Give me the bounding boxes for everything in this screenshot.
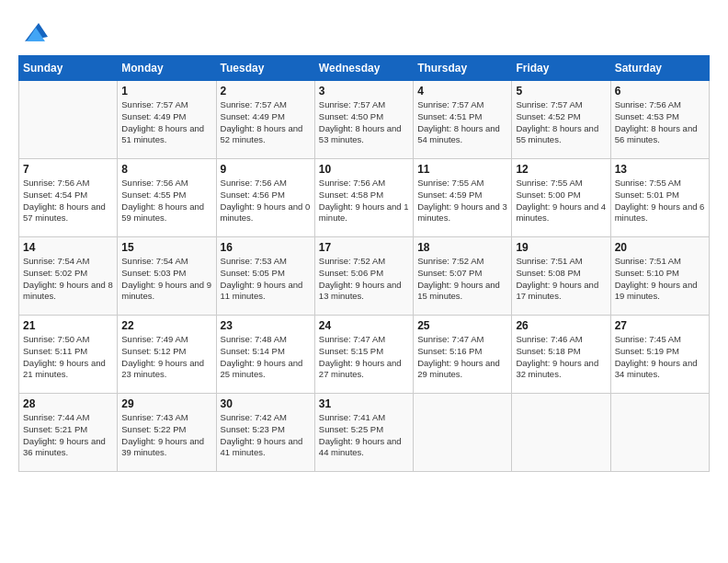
calendar-cell (414, 394, 512, 472)
day-info: Sunrise: 7:41 AMSunset: 5:25 PMDaylight:… (319, 412, 409, 459)
day-info: Sunrise: 7:43 AMSunset: 5:22 PMDaylight:… (121, 412, 211, 459)
calendar-cell: 23Sunrise: 7:48 AMSunset: 5:14 PMDayligh… (216, 316, 314, 394)
day-info: Sunrise: 7:57 AMSunset: 4:49 PMDaylight:… (221, 99, 311, 146)
day-info: Sunrise: 7:54 AMSunset: 5:03 PMDaylight:… (121, 256, 211, 303)
day-number: 24 (319, 319, 409, 332)
calendar-cell: 2Sunrise: 7:57 AMSunset: 4:49 PMDaylight… (216, 81, 314, 159)
day-number: 9 (221, 163, 311, 176)
day-number: 27 (615, 319, 705, 332)
calendar-header-sunday: Sunday (19, 56, 118, 81)
page-header (18, 18, 710, 46)
calendar-cell: 14Sunrise: 7:54 AMSunset: 5:02 PMDayligh… (19, 237, 118, 316)
calendar-cell: 7Sunrise: 7:56 AMSunset: 4:54 PMDaylight… (19, 159, 118, 237)
calendar-cell: 12Sunrise: 7:55 AMSunset: 5:00 PMDayligh… (512, 159, 610, 237)
calendar-cell: 5Sunrise: 7:57 AMSunset: 4:52 PMDaylight… (512, 81, 610, 159)
day-number: 2 (221, 85, 311, 98)
day-info: Sunrise: 7:56 AMSunset: 4:54 PMDaylight:… (23, 178, 113, 224)
day-number: 15 (121, 241, 211, 254)
day-info: Sunrise: 7:55 AMSunset: 4:59 PMDaylight:… (417, 178, 507, 224)
calendar-cell: 31Sunrise: 7:41 AMSunset: 5:25 PMDayligh… (314, 394, 413, 472)
day-number: 5 (516, 85, 606, 98)
calendar-cell: 24Sunrise: 7:47 AMSunset: 5:15 PMDayligh… (314, 316, 413, 394)
calendar-cell: 19Sunrise: 7:51 AMSunset: 5:08 PMDayligh… (512, 237, 610, 316)
day-info: Sunrise: 7:53 AMSunset: 5:05 PMDaylight:… (221, 256, 311, 303)
calendar-cell: 29Sunrise: 7:43 AMSunset: 5:22 PMDayligh… (118, 394, 216, 472)
day-number: 22 (121, 319, 211, 332)
calendar-cell: 27Sunrise: 7:45 AMSunset: 5:19 PMDayligh… (610, 316, 709, 394)
day-number: 29 (121, 397, 211, 410)
day-info: Sunrise: 7:54 AMSunset: 5:02 PMDaylight:… (23, 256, 113, 303)
day-number: 7 (23, 163, 113, 176)
calendar-cell (512, 394, 610, 472)
calendar-cell: 18Sunrise: 7:52 AMSunset: 5:07 PMDayligh… (414, 237, 512, 316)
calendar-cell: 26Sunrise: 7:46 AMSunset: 5:18 PMDayligh… (512, 316, 610, 394)
calendar-cell: 10Sunrise: 7:56 AMSunset: 4:58 PMDayligh… (314, 159, 413, 237)
calendar-cell: 13Sunrise: 7:55 AMSunset: 5:01 PMDayligh… (610, 159, 709, 237)
day-info: Sunrise: 7:49 AMSunset: 5:12 PMDaylight:… (121, 334, 211, 381)
day-number: 28 (23, 397, 113, 410)
calendar-cell: 8Sunrise: 7:56 AMSunset: 4:55 PMDaylight… (118, 159, 216, 237)
calendar-cell: 1Sunrise: 7:57 AMSunset: 4:49 PMDaylight… (118, 81, 216, 159)
day-number: 8 (121, 163, 211, 176)
day-number: 20 (615, 241, 705, 254)
day-info: Sunrise: 7:47 AMSunset: 5:15 PMDaylight:… (319, 334, 409, 381)
day-info: Sunrise: 7:52 AMSunset: 5:06 PMDaylight:… (319, 256, 409, 303)
calendar-cell: 28Sunrise: 7:44 AMSunset: 5:21 PMDayligh… (19, 394, 118, 472)
day-number: 23 (221, 319, 311, 332)
day-number: 11 (417, 163, 507, 176)
calendar-cell: 22Sunrise: 7:49 AMSunset: 5:12 PMDayligh… (118, 316, 216, 394)
day-number: 31 (319, 397, 409, 410)
day-info: Sunrise: 7:56 AMSunset: 4:53 PMDaylight:… (615, 99, 705, 146)
day-info: Sunrise: 7:50 AMSunset: 5:11 PMDaylight:… (23, 334, 113, 381)
logo-icon (20, 18, 48, 46)
day-number: 1 (121, 85, 211, 98)
day-info: Sunrise: 7:57 AMSunset: 4:50 PMDaylight:… (319, 99, 409, 146)
calendar-cell: 21Sunrise: 7:50 AMSunset: 5:11 PMDayligh… (19, 316, 118, 394)
day-info: Sunrise: 7:48 AMSunset: 5:14 PMDaylight:… (221, 334, 311, 381)
calendar-cell: 20Sunrise: 7:51 AMSunset: 5:10 PMDayligh… (610, 237, 709, 316)
day-info: Sunrise: 7:55 AMSunset: 5:01 PMDaylight:… (615, 178, 705, 224)
calendar-header-saturday: Saturday (610, 56, 709, 81)
day-number: 16 (221, 241, 311, 254)
calendar-cell: 16Sunrise: 7:53 AMSunset: 5:05 PMDayligh… (216, 237, 314, 316)
day-info: Sunrise: 7:56 AMSunset: 4:58 PMDaylight:… (319, 178, 409, 224)
day-info: Sunrise: 7:45 AMSunset: 5:19 PMDaylight:… (615, 334, 705, 381)
calendar-cell (610, 394, 709, 472)
day-info: Sunrise: 7:44 AMSunset: 5:21 PMDaylight:… (23, 412, 113, 459)
day-number: 6 (615, 85, 705, 98)
calendar-body: 1Sunrise: 7:57 AMSunset: 4:49 PMDaylight… (19, 81, 710, 472)
day-number: 3 (319, 85, 409, 98)
calendar-cell: 9Sunrise: 7:56 AMSunset: 4:56 PMDaylight… (216, 159, 314, 237)
day-info: Sunrise: 7:57 AMSunset: 4:49 PMDaylight:… (121, 99, 211, 146)
day-number: 14 (23, 241, 113, 254)
day-info: Sunrise: 7:56 AMSunset: 4:55 PMDaylight:… (121, 178, 211, 224)
day-number: 26 (516, 319, 606, 332)
day-info: Sunrise: 7:47 AMSunset: 5:16 PMDaylight:… (417, 334, 507, 381)
day-number: 21 (23, 319, 113, 332)
day-info: Sunrise: 7:46 AMSunset: 5:18 PMDaylight:… (516, 334, 606, 381)
day-info: Sunrise: 7:42 AMSunset: 5:23 PMDaylight:… (221, 412, 311, 459)
calendar-header-wednesday: Wednesday (314, 56, 413, 81)
calendar-header-tuesday: Tuesday (216, 56, 314, 81)
day-number: 13 (615, 163, 705, 176)
day-number: 30 (221, 397, 311, 410)
day-number: 4 (417, 85, 507, 98)
calendar-cell: 25Sunrise: 7:47 AMSunset: 5:16 PMDayligh… (414, 316, 512, 394)
calendar-cell: 3Sunrise: 7:57 AMSunset: 4:50 PMDaylight… (314, 81, 413, 159)
calendar-cell: 30Sunrise: 7:42 AMSunset: 5:23 PMDayligh… (216, 394, 314, 472)
calendar-header-monday: Monday (118, 56, 216, 81)
calendar-table: SundayMondayTuesdayWednesdayThursdayFrid… (18, 55, 710, 472)
day-number: 10 (319, 163, 409, 176)
day-info: Sunrise: 7:57 AMSunset: 4:51 PMDaylight:… (417, 99, 507, 146)
calendar-header: SundayMondayTuesdayWednesdayThursdayFrid… (19, 56, 710, 81)
day-number: 25 (417, 319, 507, 332)
day-info: Sunrise: 7:52 AMSunset: 5:07 PMDaylight:… (417, 256, 507, 303)
calendar-header-thursday: Thursday (414, 56, 512, 81)
logo (18, 18, 48, 46)
day-number: 19 (516, 241, 606, 254)
calendar-cell: 17Sunrise: 7:52 AMSunset: 5:06 PMDayligh… (314, 237, 413, 316)
day-info: Sunrise: 7:55 AMSunset: 5:00 PMDaylight:… (516, 178, 606, 224)
calendar-header-friday: Friday (512, 56, 610, 81)
calendar-cell: 6Sunrise: 7:56 AMSunset: 4:53 PMDaylight… (610, 81, 709, 159)
day-info: Sunrise: 7:51 AMSunset: 5:08 PMDaylight:… (516, 256, 606, 303)
